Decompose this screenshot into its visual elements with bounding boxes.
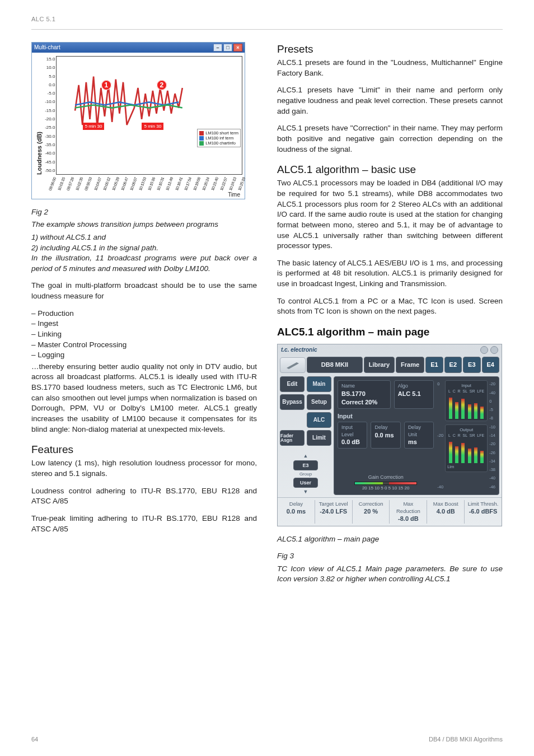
meter-bar (474, 447, 477, 463)
field-inlvl-value: 0.0 dB (341, 438, 363, 446)
chart-segment-label: 5 min 30 (142, 123, 163, 130)
field-dunit-label: Delay Unit (408, 424, 430, 438)
minimize-icon[interactable]: – (213, 44, 222, 52)
book-title: DB4 / DB8 MKII Algorithms (429, 736, 503, 743)
shot-main-panel: Name BS.1770 Correct 20% Algo ALC 5.1 In… (334, 376, 499, 495)
fig2-caption-4: In the illustration, 11 broadcast progra… (31, 253, 257, 274)
fig2-caption-2: 1) without ALC5.1 and (31, 232, 257, 243)
list-item: Linking (31, 329, 257, 340)
list-item: Logging (31, 350, 257, 361)
features-p1: Low latency (1 ms), high resolution loud… (31, 458, 257, 479)
shot-topbar: t.c. electronic (278, 344, 502, 356)
header-rule (31, 29, 503, 30)
field-algo-label: Algo (398, 382, 430, 389)
page-footer: 64 DB4 / DB8 MKII Algorithms (31, 736, 503, 743)
nav-e3[interactable]: E3 (293, 460, 318, 470)
features-heading: Features (31, 442, 257, 457)
nav-group: Group (299, 471, 312, 477)
tab-e2[interactable]: E2 (444, 357, 462, 373)
gaincorr-scale: 20 15 10 5 0 5 10 15 20 (338, 485, 434, 491)
chart-ylabel: Loudness (dB) (34, 56, 45, 175)
chart-xlabel: Time (32, 191, 245, 199)
meter-bar (461, 443, 465, 463)
shot-leftnav: Edit Main Bypass Setup ALC Fader Asgn (280, 376, 331, 495)
basic-p2: The basic latency of ALC5.1 AES/EBU I/O … (277, 258, 503, 290)
meters-input-label: Input (447, 382, 485, 389)
meters-lim-label: Lim (447, 464, 485, 470)
tab-e3[interactable]: E3 (463, 357, 480, 373)
chart-title: Multi-chart (34, 44, 60, 52)
shot-bottom-row: Delay0.0 msTarget Level-24.0 LFSCorrecti… (278, 498, 502, 525)
nav-limit[interactable]: Limit (307, 430, 331, 446)
left-column: Multi-chart – □ × Loudness (dB) 15.010.0… (31, 42, 257, 591)
presets-p1: ALC5.1 presets are found in the "Loudnes… (277, 58, 503, 78)
right-column: Presets ALC5.1 presets are found in the … (277, 42, 503, 591)
maximize-icon[interactable]: □ (223, 44, 232, 52)
gear-icon[interactable] (480, 346, 488, 354)
help-icon[interactable] (490, 346, 498, 354)
mainpage-heading: ALC5.1 algorithm – main page (277, 325, 503, 339)
chart-titlebar: Multi-chart – □ × (32, 43, 245, 53)
pen-icon[interactable] (280, 357, 306, 373)
tab-e4[interactable]: E4 (482, 357, 499, 373)
list-item: Production (31, 309, 257, 319)
meter-scale-fine: -20-400-5-8-10-14-20-26-34-38-40-46 (489, 380, 495, 491)
nav-bypass[interactable]: Bypass (280, 394, 305, 410)
running-head: ALC 5.1 (31, 16, 503, 22)
meter-bar (480, 407, 484, 419)
presets-heading: Presets (277, 42, 503, 57)
shot-tabsrow: DB8 MKII Library Frame E1 E2 E3 E4 (278, 356, 502, 374)
bottom-cell: Delay0.0 ms (280, 500, 312, 523)
field-delay-value: 0.0 ms (374, 431, 396, 440)
chart-callout: 2 (157, 80, 167, 90)
chart-yaxis: 15.010.05.00.0-5.0-10.0-15.0-20.0-25.0-3… (45, 56, 56, 174)
meter-bar (474, 403, 477, 419)
fig3-caption: ALC5.1 algorithm – main page (277, 534, 503, 545)
chart-xaxis: 09:56:0010:01:1509:57:2810:02:3509:58:53… (32, 176, 245, 191)
fig3-caption-text: TC Icon view of ALC5.1 Main page paramet… (277, 564, 503, 585)
meter-bar (449, 442, 452, 463)
field-delay-label: Delay (374, 424, 396, 431)
list-item: Ingest (31, 319, 257, 329)
meter-bar (468, 449, 471, 463)
basic-heading: ALC5.1 algorithm – basic use (277, 162, 503, 177)
field-name-label: Name (341, 382, 387, 389)
bottom-cell: Correction20 % (355, 500, 387, 523)
meter-bar (455, 446, 458, 463)
fig2-caption-1: The example shows transition jumps betwe… (31, 220, 257, 230)
field-name-value: BS.1770 Correct 20% (341, 390, 387, 407)
window-buttons: – □ × (213, 44, 242, 52)
meter-scale-coarse: 0-20-40 (437, 380, 443, 491)
features-p2: Loudness control adhering to ITU-R BS.17… (31, 486, 257, 507)
meter-bar (461, 399, 465, 419)
tab-device[interactable]: DB8 MKII (307, 357, 363, 373)
basic-p1: Two ALC5.1 processors may be loaded in D… (277, 178, 503, 251)
presets-p3: ALC5.1 presets have "Correction" in thei… (277, 123, 503, 155)
nav-alc[interactable]: ALC (307, 412, 331, 428)
field-algo-value: ALC 5.1 (398, 390, 430, 398)
close-icon[interactable]: × (233, 44, 242, 52)
meter-bar (468, 404, 471, 419)
nav-main[interactable]: Main (307, 376, 331, 392)
features-p3: True-peak limiting adhering to ITU-R BS.… (31, 514, 257, 534)
nav-edit[interactable]: Edit (280, 376, 305, 392)
meters-block: Input LCRSLSRLFE Output LCRSLSRLFE Lim (445, 380, 488, 491)
tab-e1[interactable]: E1 (425, 357, 443, 373)
fig2-chart-window: Multi-chart – □ × Loudness (dB) 15.010.0… (31, 42, 245, 199)
nav-setup[interactable]: Setup (307, 394, 331, 410)
chart-callout: 1 (101, 80, 111, 90)
chart-plotarea: LM100 short termLM100 inf termLM100 char… (56, 56, 242, 175)
gaincorr-label: Gain Correction (338, 474, 434, 480)
presets-p2: ALC5.1 presets have "Limit" in their nam… (277, 85, 503, 116)
bottom-cell: Target Level-24.0 LFS (317, 500, 350, 523)
meter-bar (480, 451, 484, 463)
fig3-label: Fig 3 (277, 551, 503, 562)
input-header: Input (338, 412, 434, 421)
tab-frame[interactable]: Frame (396, 357, 424, 373)
nav-user[interactable]: User (293, 478, 318, 488)
tab-library[interactable]: Library (364, 357, 395, 373)
thereby-paragraph: …thereby ensuring better audio quality n… (31, 362, 257, 435)
meters-output-label: Output (447, 427, 485, 433)
page-number: 64 (31, 736, 38, 743)
nav-fader[interactable]: Fader Asgn (280, 430, 305, 446)
